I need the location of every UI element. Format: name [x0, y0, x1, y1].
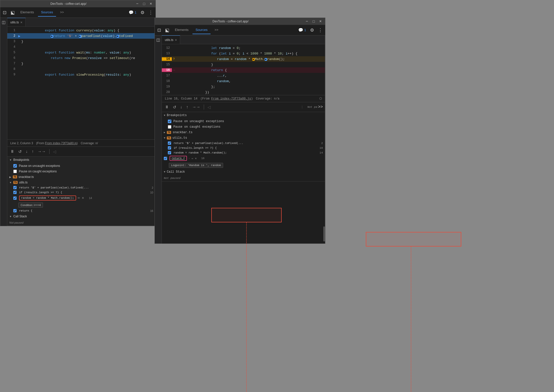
minimize-icon[interactable]: −	[135, 2, 140, 6]
call-stack-header-left[interactable]: ▼ Call Stack	[7, 213, 155, 220]
file-tab-utils[interactable]: utils.ts ×	[7, 18, 26, 26]
line-content-7: }	[21, 62, 155, 66]
tab-elements[interactable]: Elements	[17, 8, 37, 17]
bp-file-utils-right[interactable]: ▼ TS utils.ts	[162, 135, 325, 141]
pause-caught-checkbox-right[interactable]	[168, 125, 171, 129]
deactivate-btn-right[interactable]: ◁	[207, 104, 212, 110]
pause-uncaught-label-right: Pause on uncaught exceptions	[173, 120, 224, 123]
ts-icon-snackbar-right: TS	[167, 131, 171, 134]
minimize-icon-right[interactable]: −	[304, 19, 310, 24]
step-over-btn-right[interactable]: ↺	[172, 104, 177, 110]
bp-checkbox-r2[interactable]	[168, 146, 171, 150]
pause-uncaught-checkbox-right[interactable]	[168, 120, 171, 123]
logpoint-annotation-box	[366, 232, 461, 247]
code-area-left[interactable]: 1 export function currency(value: any) {…	[7, 27, 155, 139]
bp-delete-3[interactable]: ✕	[82, 196, 84, 200]
step-over-btn[interactable]: ↺	[17, 149, 23, 155]
status-link-left[interactable]: From index-73f73a80.js	[45, 141, 77, 145]
step-out-btn-right[interactable]: ↑	[185, 104, 189, 110]
bp-checkbox-r1[interactable]	[168, 141, 171, 145]
bp-item-r4[interactable]: return { · ✏ ✕ 16 Logpoint: 'Random is '…	[162, 155, 325, 169]
bp-item-4-left[interactable]: return { 16	[7, 208, 155, 213]
line-num-6: 6	[7, 56, 17, 60]
file-tab-close[interactable]: ×	[20, 20, 22, 24]
tab-sources-right[interactable]: Sources	[192, 26, 211, 34]
pause-resume-btn-right[interactable]: ⏸	[164, 104, 170, 110]
bp-code-4-left: return {	[19, 209, 145, 212]
chevron-utils-left: ▼	[9, 181, 12, 184]
bp-edit-3[interactable]: ✏	[78, 196, 80, 200]
bp-code-r1: return '$' + parseFloat(value).toFixed(.…	[174, 142, 315, 145]
devtools-window-left: DevTools - coffee-cart.app/ − □ × ⊡ ⬕ El…	[0, 0, 156, 226]
bp-code-3-condition: random = random * Math.random();	[19, 195, 76, 201]
more-icon-left[interactable]: ⋮	[147, 10, 155, 15]
step-into-btn-right[interactable]: ↓	[179, 104, 183, 110]
inspect-icon-right[interactable]: ⊡	[156, 27, 163, 33]
continue-btn-right[interactable]: →→	[191, 104, 201, 110]
bp-item-r1[interactable]: return '$' + parseFloat(value).toFixed(.…	[162, 141, 325, 145]
debugger-toolbar-right: ⏸ ↺ ↓ ↑ →→ ◁ >> Not pa	[162, 102, 325, 112]
bp-item-r3[interactable]: random = random * Math.random(); 14	[162, 150, 325, 155]
breakpoints-label-right: Breakpoints	[167, 114, 187, 117]
file-tab-close-right[interactable]: ×	[175, 38, 177, 42]
more-icon-right[interactable]: ⋮	[317, 27, 324, 33]
bp-edit-r4[interactable]: ✏	[191, 157, 193, 160]
tab-more[interactable]: >>	[57, 8, 67, 17]
bp-item-3-left[interactable]: random = random * Math.random(); ✏ ✕ 14 …	[7, 195, 155, 208]
file-tabs-left: utils.ts ×	[7, 18, 155, 27]
device-icon-right[interactable]: ⬕	[164, 27, 171, 33]
bp-checkbox-r3[interactable]	[168, 151, 171, 154]
settings-icon-right[interactable]: ⚙	[309, 27, 316, 33]
bp-item-1-left[interactable]: return '$' + parseFloat(value).toFixed(.…	[7, 185, 155, 190]
sidebar-toggle-left[interactable]: ◫	[0, 18, 7, 226]
line-indicator-r14: ?	[172, 57, 176, 61]
not-paused-right: Not pa	[302, 106, 317, 109]
message-icon-left[interactable]: 💬1	[127, 10, 138, 15]
step-out-btn[interactable]: ↑	[31, 149, 35, 154]
breakpoints-section-right: ▼ Breakpoints Pause on uncaught exceptio…	[162, 112, 325, 181]
breakpoints-header-left[interactable]: ▼ Breakpoints	[7, 157, 155, 163]
breakpoints-header-right[interactable]: ▼ Breakpoints	[162, 112, 325, 119]
sidebar-toggle-right[interactable]: ◫	[155, 35, 162, 243]
bp-file-utils-left[interactable]: ▼ TS utils.ts	[7, 180, 155, 185]
restore-icon[interactable]: □	[141, 2, 146, 6]
call-stack-header-right[interactable]: ▼ Call Stack	[162, 169, 325, 175]
deactivate-btn[interactable]: ◁	[52, 149, 57, 155]
tab-sources[interactable]: Sources	[38, 8, 56, 17]
line-num-r14: 14	[162, 57, 172, 61]
close-icon[interactable]: ×	[148, 2, 154, 6]
chevron-breakpoints-left: ▼	[9, 159, 12, 161]
scrollbar-right[interactable]	[323, 226, 325, 241]
settings-icon-left[interactable]: ⚙	[139, 10, 146, 15]
bp-file-snackbar-left[interactable]: ▶ TS snackbar.ts	[7, 174, 155, 180]
file-tab-utils-right[interactable]: utils.ts ×	[162, 35, 180, 44]
bp-file-snackbar-right[interactable]: ▶ TS snackbar.ts	[162, 130, 325, 135]
line-num-r16: 16	[162, 68, 172, 72]
code-area-right[interactable]: 12 let random = 0; 13 for (let i = 0; i …	[162, 44, 325, 243]
bp-checkbox-4-left[interactable]	[13, 209, 17, 212]
device-icon[interactable]: ⬕	[9, 10, 16, 15]
bp-delete-r4[interactable]: ✕	[195, 157, 197, 160]
tab-elements-right[interactable]: Elements	[172, 26, 191, 34]
not-paused-text-right: Not paused	[162, 175, 325, 181]
bp-item-r2[interactable]: if (results.length >= 7) { 10	[162, 145, 325, 150]
restore-icon-right[interactable]: □	[311, 19, 316, 23]
bp-item-2-left[interactable]: if (results.length >= 7) { 10	[7, 190, 155, 195]
bp-checkbox-1-left[interactable]	[13, 186, 17, 189]
pause-caught-checkbox-left[interactable]	[13, 170, 17, 173]
step-into-btn[interactable]: ↓	[25, 149, 29, 154]
chevron-right-toolbar[interactable]: >>	[318, 105, 323, 109]
tab-more-right[interactable]: >>	[212, 26, 221, 34]
message-icon-right[interactable]: 💬1	[297, 28, 308, 32]
bp-checkbox-r4[interactable]	[164, 157, 167, 160]
inspect-icon[interactable]: ⊡	[1, 10, 8, 15]
continue-btn[interactable]: →→	[37, 149, 47, 154]
close-icon-right[interactable]: ×	[318, 19, 323, 24]
pause-resume-btn[interactable]: ⏸	[9, 149, 15, 154]
panel-icon-right: ◫	[156, 37, 160, 42]
condition-tooltip-left: Condition: i===4	[18, 203, 43, 208]
pause-uncaught-checkbox-left[interactable]	[13, 164, 17, 168]
bp-checkbox-3-left[interactable]	[13, 197, 17, 200]
bp-checkbox-2-left[interactable]	[13, 191, 17, 194]
bp-line-r4: 16	[198, 157, 205, 160]
